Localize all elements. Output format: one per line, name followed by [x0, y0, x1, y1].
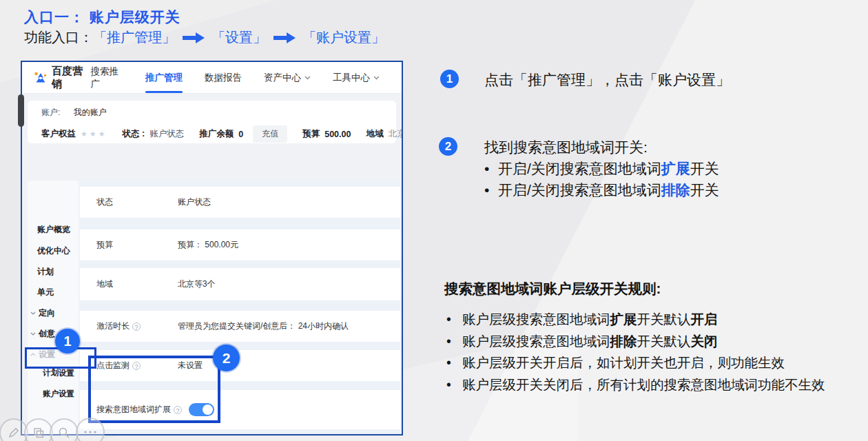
budget-value: 500.00	[324, 130, 351, 139]
tab-label: 工具中心	[333, 72, 370, 84]
sidebar-item-label: 优化中心	[37, 245, 70, 257]
brand: 百度营销 搜索推广	[33, 65, 122, 91]
step-2-number: 2	[439, 137, 457, 156]
page-title: 入口一： 账户层级开关	[24, 8, 180, 27]
bullet-icon: •	[446, 352, 451, 374]
settings-sidebar: 账户概览 优化中心 计划 单元 定向 创意 设置 计划设置 账户设置	[28, 181, 79, 434]
sidebar-item-label: 账户设置	[43, 389, 74, 399]
region-value: 北京等3个	[388, 128, 403, 140]
rules-heading: 搜索意图地域词账户层级开关规则:	[444, 279, 852, 298]
text: 账户层级搜索意图地域词	[462, 311, 610, 327]
bold-expand: 扩展	[610, 311, 637, 327]
sidebar-item-plan[interactable]: 计划	[28, 263, 79, 280]
breadcrumb-step-1: 「推广管理」	[93, 28, 176, 47]
step-1-text: 点击「推广管理」，点击「账户设置」	[484, 69, 730, 90]
star-rating-icon: ★★★	[81, 130, 107, 139]
highlight-exclude: 排除	[661, 182, 690, 198]
product-name: 搜索推广	[91, 65, 122, 90]
row-label: 激活时长	[96, 320, 130, 332]
row-label: 状态	[96, 196, 113, 208]
budget: 预算 500.00	[302, 128, 351, 140]
text: 开关	[690, 161, 719, 176]
sidebar-item-label: 计划	[37, 266, 54, 278]
drawer-handle[interactable]	[18, 94, 24, 127]
text: 开启/关闭搜索意图地域词	[498, 161, 661, 176]
sidebar-item-account-overview[interactable]: 账户概览	[28, 220, 79, 238]
text: 开关默认	[637, 311, 691, 327]
entry-label: 功能入口：	[24, 28, 93, 47]
tab-promotion-management[interactable]: 推广管理	[145, 62, 183, 93]
region: 地域 北京等3个	[366, 128, 403, 140]
tab-label: 资产中心	[264, 72, 301, 84]
step-2-intro: 找到搜索意图地域词开关:	[484, 136, 856, 158]
chevron-down-icon	[30, 332, 36, 336]
step-2-bullet-1: • 开启/关闭搜索意图地域词扩展开关	[484, 158, 856, 179]
bullet-icon: •	[446, 374, 451, 396]
callout-badge-1: 1	[55, 329, 80, 353]
tab-label: 推广管理	[145, 72, 183, 84]
bold-on: 开启	[691, 311, 718, 327]
text: 账户层级开关开启后，如计划开关也开启，则功能生效	[462, 355, 785, 370]
text: 账户层级开关关闭后，所有计划的搜索意图地域词功能不生效	[462, 377, 825, 392]
highlight-box-toggles	[88, 356, 220, 423]
row-label: 预算	[96, 239, 113, 251]
row-label: 地域	[96, 278, 113, 290]
balance-label: 推广余额	[199, 128, 234, 140]
account-line: 账户: 我的账户	[41, 107, 396, 119]
text: 账户层级搜索意图地域词	[462, 334, 610, 349]
chevron-down-icon	[373, 76, 380, 80]
tab-label: 数据报告	[205, 72, 242, 84]
row-region: 地域 北京等3个	[80, 268, 400, 300]
bold-exclude: 排除	[610, 334, 637, 349]
breadcrumb: 功能入口： 「推广管理」 「设置」 「账户设置」	[24, 28, 385, 47]
tab-data-report[interactable]: 数据报告	[205, 62, 242, 93]
sidebar-item-label: 账户概览	[37, 224, 70, 236]
sidebar-item-unit[interactable]: 单元	[28, 283, 79, 301]
step-2-text: 找到搜索意图地域词开关: • 开启/关闭搜索意图地域词扩展开关 • 开启/关闭搜…	[484, 136, 856, 201]
tab-tool-center[interactable]: 工具中心	[333, 62, 380, 93]
account-summary-card: 账户: 我的账户 客户权益 ★★★ 状态 : 账户状态 推广余额 0	[28, 101, 396, 143]
row-value: 预算： 500.00元	[178, 239, 238, 251]
tab-asset-center[interactable]: 资产中心	[264, 62, 311, 93]
text: 开启/关闭搜索意图地域词	[498, 182, 661, 198]
arrow-right-icon	[183, 32, 205, 43]
rules-section: 搜索意图地域词账户层级开关规则: • 账户层级搜索意图地域词扩展开关默认开启 •…	[444, 279, 852, 396]
step-1-number: 1	[440, 70, 459, 88]
bullet-icon: •	[446, 331, 451, 353]
slide: 入口一： 账户层级开关 功能入口： 「推广管理」 「设置」 「账户设置」 百度营…	[0, 0, 868, 441]
active-tab-underline	[145, 91, 183, 93]
sidebar-item-label: 创意	[39, 328, 55, 340]
bold-off: 关闭	[691, 334, 718, 349]
more-options-icon[interactable]	[76, 418, 105, 441]
chevron-down-icon	[304, 76, 311, 80]
sidebar-item-optimization-center[interactable]: 优化中心	[28, 242, 79, 260]
balance-value: 0	[238, 130, 243, 139]
nav-tabs: 推广管理 数据报告 资产中心 工具中心	[145, 62, 402, 93]
brand-name: 百度营销	[52, 65, 87, 91]
row-value: 账户状态	[178, 196, 211, 208]
rule-4: • 账户层级开关关闭后，所有计划的搜索意图地域词功能不生效	[444, 374, 852, 396]
customer-rights: 客户权益 ★★★	[41, 128, 107, 140]
text: 开关默认	[637, 334, 691, 349]
row-activation-duration: 激活时长? 管理员为您提交关键词/创意后： 24小时内确认	[80, 311, 400, 342]
arrow-right-icon	[273, 32, 296, 43]
help-icon[interactable]: ?	[132, 322, 141, 331]
text: 开关	[690, 182, 719, 198]
highlight-expand: 扩展	[661, 161, 690, 176]
sidebar-item-targeting[interactable]: 定向	[28, 304, 79, 322]
region-label: 地域	[366, 128, 383, 140]
top-navbar: 百度营销 搜索推广 推广管理 数据报告 资产中心 工具中心	[22, 62, 402, 94]
account-status: 状态 : 账户状态	[123, 128, 185, 140]
sidebar-item-account-settings[interactable]: 账户设置	[28, 384, 79, 402]
breadcrumb-step-3: 「账户设置」	[302, 28, 385, 47]
rule-3: • 账户层级开关开启后，如计划开关也开启，则功能生效	[444, 352, 852, 374]
breadcrumb-step-2: 「设置」	[211, 28, 267, 47]
account-name: 我的账户	[74, 107, 107, 117]
row-value: 北京等3个	[178, 278, 216, 290]
sidebar-item-label: 定向	[39, 307, 55, 319]
sidebar-item-label: 单元	[37, 287, 54, 298]
recharge-button[interactable]: 充值	[253, 125, 287, 143]
chevron-down-icon	[30, 311, 36, 315]
sidebar-item-label: 计划设置	[43, 368, 74, 378]
rights-label: 客户权益	[41, 128, 76, 140]
